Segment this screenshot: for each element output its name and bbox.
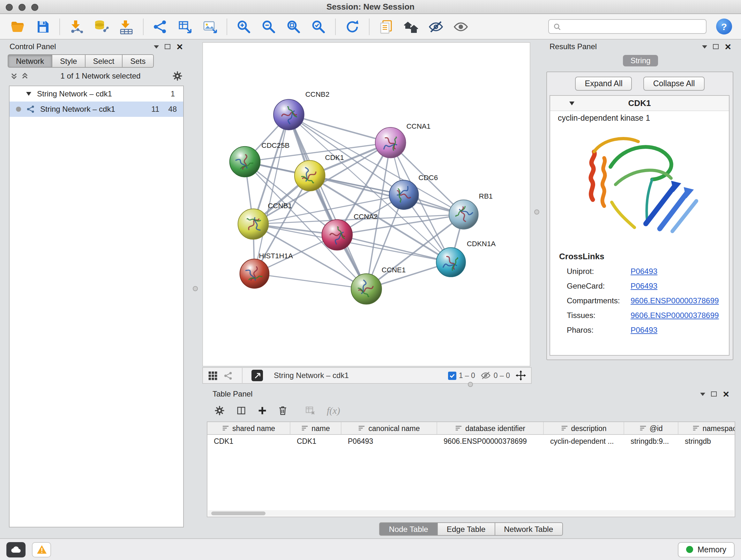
detach-view-button[interactable]	[252, 370, 263, 381]
delete-column-icon[interactable]	[278, 406, 287, 416]
fit-content-button[interactable]	[516, 370, 526, 381]
tab-edge-table[interactable]: Edge Table	[438, 522, 495, 536]
close-panel-icon[interactable]: ✕	[723, 390, 730, 398]
import-network-file-button[interactable]	[65, 16, 88, 37]
network-node[interactable]	[230, 146, 260, 177]
tab-select[interactable]: Select	[85, 54, 123, 68]
memory-button[interactable]: Memory	[678, 542, 735, 557]
crosslink-link[interactable]: P06493	[630, 266, 657, 275]
collapse-all-icon[interactable]	[10, 72, 18, 80]
column-header-name[interactable]: name	[290, 422, 341, 434]
zoom-out-button[interactable]	[257, 16, 280, 37]
crosslink-link[interactable]: P06493	[630, 325, 657, 334]
collapse-caret-icon[interactable]	[26, 92, 31, 96]
cell-id[interactable]: stringdb:9...	[624, 435, 678, 448]
collapse-entry-icon[interactable]	[569, 102, 575, 105]
network-node[interactable]	[273, 99, 304, 130]
network-canvas[interactable]: CCNB2CCNA1CDC25BCDK1CDC6RB1CCNB1CCNA2CDK…	[202, 42, 530, 367]
float-panel-icon[interactable]	[711, 391, 717, 396]
zoom-selected-button[interactable]	[307, 16, 330, 37]
grid-view-button[interactable]	[208, 371, 218, 380]
network-node[interactable]	[240, 259, 269, 288]
cloud-button[interactable]	[6, 542, 25, 557]
expand-all-icon[interactable]	[21, 72, 29, 80]
column-header-shared-name[interactable]: shared name	[207, 422, 290, 434]
column-header-namespace[interactable]: namespace	[678, 422, 735, 434]
splitter-handle[interactable]	[534, 209, 539, 214]
collapse-all-button[interactable]: Collapse All	[644, 77, 704, 91]
column-header-description[interactable]: description	[544, 422, 624, 434]
crosslink-link[interactable]: 9606.ENSP00000378699	[630, 296, 719, 305]
tab-string[interactable]: String	[623, 55, 658, 66]
crosslink-link[interactable]: P06493	[630, 281, 657, 290]
crosslink-link[interactable]: 9606.ENSP00000378699	[630, 311, 719, 320]
network-row-selected[interactable]: String Network – cdk1 11 48	[10, 102, 183, 117]
splitter-handle[interactable]	[468, 382, 473, 387]
tab-node-table[interactable]: Node Table	[380, 522, 438, 536]
close-window-button[interactable]	[6, 3, 13, 10]
network-edge[interactable]	[337, 235, 451, 262]
network-node[interactable]	[351, 273, 382, 304]
network-edge[interactable]	[254, 115, 289, 273]
network-node[interactable]	[322, 220, 353, 250]
network-edge[interactable]	[289, 115, 366, 289]
column-header-id[interactable]: @id	[624, 422, 678, 434]
table-row[interactable]: CDK1 CDK1 P06493 9606.ENSP00000378699 cy…	[207, 435, 735, 448]
network-node[interactable]	[436, 247, 466, 277]
home-button[interactable]	[400, 16, 422, 37]
float-panel-icon[interactable]	[165, 44, 171, 49]
warnings-button[interactable]	[32, 542, 51, 557]
cell-database-identifier[interactable]: 9606.ENSP00000378699	[437, 435, 544, 448]
column-header-canonical-name[interactable]: canonical name	[341, 422, 437, 434]
close-panel-icon[interactable]: ✕	[176, 43, 183, 51]
show-columns-icon[interactable]	[236, 406, 246, 416]
tab-sets[interactable]: Sets	[123, 54, 154, 68]
network-node[interactable]	[294, 161, 325, 191]
cell-name[interactable]: CDK1	[290, 435, 341, 448]
open-session-button[interactable]	[6, 16, 29, 37]
zoom-fit-button[interactable]	[282, 16, 305, 37]
hide-selected-button[interactable]	[424, 16, 448, 37]
search-input[interactable]	[564, 22, 701, 31]
new-network-button[interactable]	[149, 16, 172, 37]
search-box[interactable]	[548, 19, 706, 34]
copy-document-button[interactable]	[375, 16, 398, 37]
cell-shared-name[interactable]: CDK1	[207, 435, 290, 448]
splitter-handle[interactable]	[193, 286, 198, 291]
gear-icon[interactable]	[172, 71, 183, 81]
network-node[interactable]	[375, 127, 406, 158]
help-button[interactable]: ?	[716, 18, 732, 35]
save-session-button[interactable]	[31, 16, 54, 37]
network-collection-row[interactable]: String Network – cdk1 1	[10, 86, 183, 102]
apply-layout-button[interactable]	[341, 16, 364, 37]
horizontal-scrollbar[interactable]	[208, 510, 734, 516]
gear-icon[interactable]	[214, 406, 225, 416]
expand-all-button[interactable]: Expand All	[576, 77, 632, 91]
node-table[interactable]: shared name name canonical name database…	[207, 422, 735, 517]
export-image-button[interactable]	[199, 16, 221, 37]
scrollbar-thumb[interactable]	[211, 511, 266, 515]
network-node[interactable]	[389, 180, 419, 209]
add-column-icon[interactable]	[258, 406, 267, 415]
close-panel-icon[interactable]: ✕	[724, 43, 731, 51]
zoom-in-button[interactable]	[232, 16, 255, 37]
minimize-window-button[interactable]	[18, 3, 25, 10]
network-node[interactable]	[449, 200, 478, 229]
column-header-database-identifier[interactable]: database identifier	[437, 422, 544, 434]
network-from-table-button[interactable]	[174, 16, 197, 37]
import-table-file-button[interactable]	[115, 16, 138, 37]
cell-namespace[interactable]: stringdb	[678, 435, 735, 448]
tab-network-table[interactable]: Network Table	[495, 522, 562, 536]
show-all-button[interactable]	[449, 16, 472, 37]
network-overview-button[interactable]	[223, 371, 233, 380]
tab-style[interactable]: Style	[52, 54, 85, 68]
cell-canonical-name[interactable]: P06493	[341, 435, 437, 448]
network-edge[interactable]	[254, 273, 366, 289]
node-entry-header[interactable]: CDK1	[550, 96, 729, 111]
import-network-database-button[interactable]	[90, 16, 113, 37]
tab-network[interactable]: Network	[8, 54, 52, 68]
panel-menu-icon[interactable]	[702, 45, 707, 48]
panel-menu-icon[interactable]	[154, 45, 159, 48]
float-panel-icon[interactable]	[713, 44, 719, 49]
network-graph[interactable]: CCNB2CCNA1CDC25BCDK1CDC6RB1CCNB1CCNA2CDK…	[203, 43, 530, 366]
